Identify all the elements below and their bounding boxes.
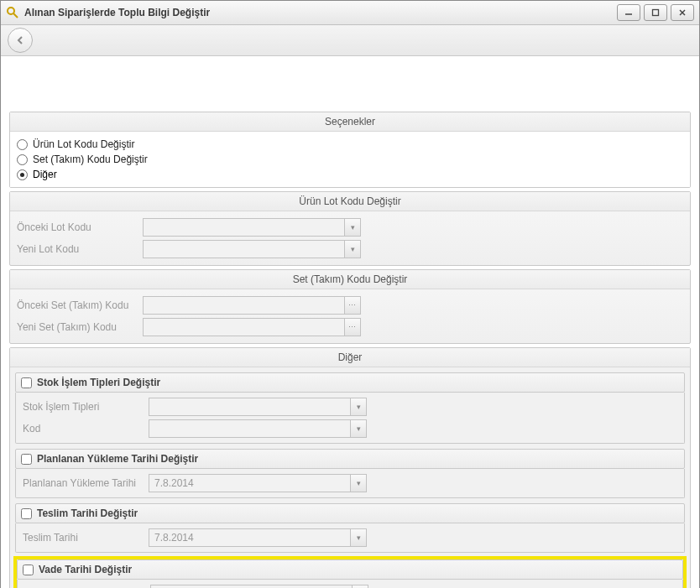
- plan-date-row: Planlanan Yükleme Tarihi 7.8.2014 ▾: [23, 472, 677, 494]
- maximize-button[interactable]: [644, 4, 667, 21]
- toolbar: [1, 25, 699, 56]
- stok-tip-label: Stok İşlem Tipleri: [23, 401, 149, 413]
- stok-subpanel: Stok İşlem Tipleri ▾ Kod: [15, 393, 685, 444]
- ellipsis-icon: ⋯: [344, 297, 360, 314]
- lot-prev-value: [144, 219, 344, 236]
- ellipsis-icon: ⋯: [344, 319, 360, 336]
- option-lot-label: Ürün Lot Kodu Değiştir: [33, 138, 134, 150]
- stok-check-label: Stok İşlem Tipleri Değiştir: [37, 377, 160, 388]
- app-icon: [6, 6, 19, 19]
- svg-rect-3: [653, 10, 659, 16]
- svg-point-0: [8, 8, 14, 14]
- stok-kod-label: Kod: [23, 423, 149, 434]
- stok-tip-row: Stok İşlem Tipleri ▾: [23, 396, 677, 418]
- teslim-date-value: 7.8.2014: [149, 529, 350, 546]
- vade-subpanel: Vade Tarihi 7.8.2014 ▾: [17, 580, 683, 588]
- option-other-radio[interactable]: [17, 169, 28, 180]
- set-prev-combo: ⋯: [143, 296, 361, 315]
- teslim-date-row: Teslim Tarihi 7.8.2014 ▾: [23, 527, 677, 549]
- lot-new-row: Yeni Lot Kodu ▾: [17, 238, 683, 260]
- lot-new-label: Yeni Lot Kodu: [17, 243, 143, 255]
- stok-tip-value: [149, 398, 350, 415]
- set-prev-label: Önceki Set (Takım) Kodu: [17, 299, 143, 311]
- plan-date-value: 7.8.2014: [149, 475, 350, 492]
- stok-check-header[interactable]: Stok İşlem Tipleri Değiştir: [15, 372, 685, 393]
- titlebar: Alınan Siparişlerde Toplu Bilgi Değiştir: [1, 1, 699, 25]
- stok-tip-combo: ▾: [149, 398, 367, 416]
- other-panel: Diğer Stok İşlem Tipleri Değiştir Stok İ…: [9, 347, 691, 588]
- svg-line-1: [13, 13, 18, 18]
- lot-prev-row: Önceki Lot Kodu ▾: [17, 216, 683, 238]
- window-buttons: [617, 4, 694, 21]
- teslim-subpanel: Teslim Tarihi 7.8.2014 ▾: [15, 523, 685, 553]
- chevron-down-icon: ▾: [344, 241, 360, 258]
- set-header: Set (Takım) Kodu Değiştir: [10, 270, 690, 289]
- lot-new-value: [144, 241, 344, 258]
- set-panel: Set (Takım) Kodu Değiştir Önceki Set (Ta…: [9, 269, 691, 344]
- set-prev-row: Önceki Set (Takım) Kodu ⋯: [17, 294, 683, 316]
- vade-checkbox[interactable]: [23, 565, 34, 575]
- chevron-down-icon: ▾: [350, 398, 366, 415]
- chevron-down-icon: ▾: [350, 475, 366, 492]
- lot-prev-combo: ▾: [143, 218, 361, 237]
- plan-check-label: Planlanan Yükleme Tarihi Değiştir: [37, 453, 198, 465]
- option-other[interactable]: Diğer: [17, 167, 683, 182]
- teslim-date-label: Teslim Tarihi: [23, 532, 149, 544]
- app-window: Alınan Siparişlerde Toplu Bilgi Değiştir…: [0, 0, 700, 588]
- set-new-row: Yeni Set (Takım) Kodu ⋯: [17, 316, 683, 338]
- content-area: Seçenekler Ürün Lot Kodu Değiştir Set (T…: [1, 56, 699, 588]
- options-panel: Seçenekler Ürün Lot Kodu Değiştir Set (T…: [9, 112, 691, 188]
- set-prev-value: [144, 297, 344, 314]
- plan-checkbox[interactable]: [21, 454, 32, 465]
- close-button[interactable]: [671, 4, 694, 21]
- vade-check-label: Vade Tarihi Değiştir: [39, 564, 132, 575]
- set-new-value: [144, 319, 344, 336]
- minimize-button[interactable]: [617, 4, 640, 21]
- vade-check-header[interactable]: Vade Tarihi Değiştir: [17, 559, 683, 580]
- stok-kod-row: Kod ▾: [23, 418, 677, 440]
- plan-check-header[interactable]: Planlanan Yükleme Tarihi Değiştir: [15, 449, 685, 469]
- chevron-down-icon: ▾: [344, 219, 360, 236]
- lot-new-combo: ▾: [143, 240, 361, 258]
- other-header: Diğer: [10, 348, 690, 367]
- vade-date-row: Vade Tarihi 7.8.2014 ▾: [24, 583, 676, 588]
- teslim-check-label: Teslim Tarihi Değiştir: [37, 507, 138, 519]
- set-new-label: Yeni Set (Takım) Kodu: [17, 321, 143, 333]
- option-set[interactable]: Set (Takım) Kodu Değiştir: [17, 152, 683, 167]
- plan-date-label: Planlanan Yükleme Tarihi: [23, 477, 149, 489]
- option-other-label: Diğer: [33, 169, 57, 180]
- lot-prev-label: Önceki Lot Kodu: [17, 221, 143, 233]
- vade-date-combo: 7.8.2014 ▾: [150, 585, 368, 588]
- vade-highlight: Vade Tarihi Değiştir Vade Tarihi 7.8.201…: [15, 558, 685, 588]
- option-lot[interactable]: Ürün Lot Kodu Değiştir: [17, 137, 683, 152]
- options-header: Seçenekler: [10, 112, 690, 132]
- plan-date-combo: 7.8.2014 ▾: [149, 474, 367, 492]
- stok-kod-combo: ▾: [149, 419, 367, 438]
- chevron-down-icon: ▾: [350, 420, 366, 437]
- lot-header: Ürün Lot Kodu Değiştir: [10, 192, 690, 211]
- back-button[interactable]: [8, 28, 33, 53]
- teslim-checkbox[interactable]: [21, 508, 32, 519]
- plan-subpanel: Planlanan Yükleme Tarihi 7.8.2014 ▾: [15, 469, 685, 498]
- set-new-combo: ⋯: [143, 318, 361, 336]
- option-set-radio[interactable]: [17, 154, 28, 165]
- lot-panel: Ürün Lot Kodu Değiştir Önceki Lot Kodu ▾…: [9, 191, 691, 266]
- stok-checkbox[interactable]: [21, 377, 32, 388]
- chevron-down-icon: ▾: [350, 529, 366, 546]
- stok-kod-value: [149, 420, 350, 437]
- option-lot-radio[interactable]: [17, 139, 28, 150]
- window-title: Alınan Siparişlerde Toplu Bilgi Değiştir: [24, 7, 617, 18]
- teslim-date-combo: 7.8.2014 ▾: [149, 528, 367, 547]
- option-set-label: Set (Takım) Kodu Değiştir: [33, 154, 148, 165]
- teslim-check-header[interactable]: Teslim Tarihi Değiştir: [15, 503, 685, 523]
